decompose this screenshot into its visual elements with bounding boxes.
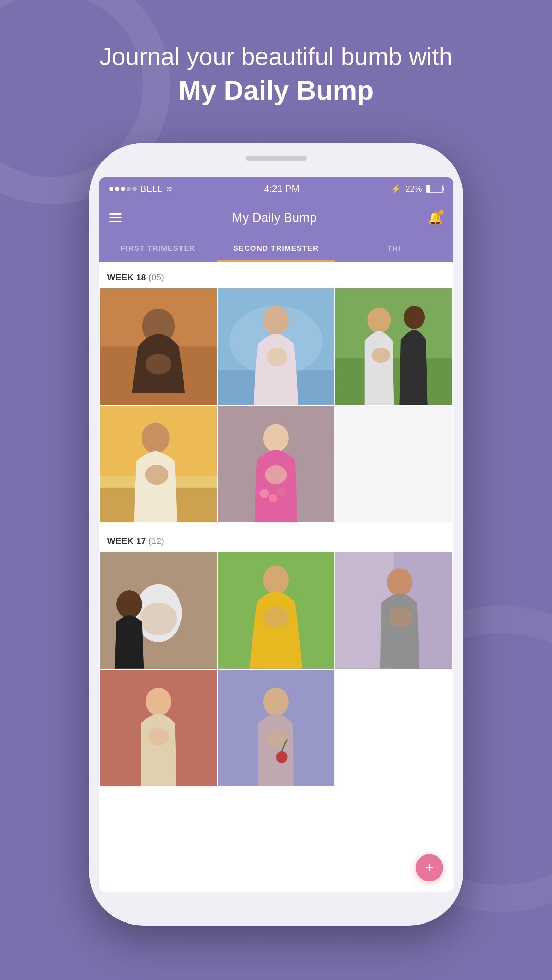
signal-dots [109, 187, 137, 191]
photo-cell-5[interactable] [218, 406, 334, 523]
tab-second-trimester-label: SECOND TRIMESTER [233, 244, 319, 253]
svg-point-17 [141, 423, 169, 453]
phone-frame: BELL ≋ 4:21 PM ⚡ 22% My Daily Bum [89, 143, 463, 926]
tab-first-trimester[interactable]: FIRST TRIMESTER [99, 235, 217, 262]
svg-point-8 [266, 348, 288, 366]
status-right: ⚡ 22% [391, 184, 443, 194]
week-17-count: (12) [148, 536, 164, 546]
tab-first-trimester-label: FIRST TRIMESTER [121, 244, 195, 253]
photo-cell-7[interactable] [100, 552, 217, 669]
svg-point-29 [140, 603, 177, 635]
svg-point-24 [269, 494, 277, 502]
photo-cell-1[interactable] [100, 288, 217, 405]
phone-screen: BELL ≋ 4:21 PM ⚡ 22% My Daily Bum [99, 177, 453, 891]
tab-bar: FIRST TRIMESTER SECOND TRIMESTER THI [99, 235, 453, 262]
week-18-label: WEEK 18 [107, 272, 146, 282]
tab-third-trimester-label: THI [387, 244, 401, 253]
svg-point-23 [260, 488, 269, 498]
hamburger-line-3 [109, 221, 121, 222]
week-17-label: WEEK 17 [107, 536, 146, 546]
tagline-line1: Journal your beautiful bumb with [0, 41, 552, 73]
status-left: BELL ≋ [109, 184, 173, 194]
content-area[interactable]: WEEK 18 (05) [99, 262, 453, 891]
tagline-section: Journal your beautiful bumb with My Dail… [0, 41, 552, 108]
svg-rect-10 [335, 358, 452, 405]
add-icon: + [425, 859, 434, 876]
svg-point-34 [263, 607, 289, 628]
battery-fill [427, 185, 430, 192]
battery-box [426, 185, 443, 193]
tagline-line2: My Daily Bump [0, 73, 552, 108]
signal-dot-1 [109, 187, 113, 191]
svg-point-33 [263, 566, 289, 595]
signal-dot-4 [127, 187, 131, 191]
photo-cell-9[interactable] [335, 552, 452, 669]
week-18-photo-grid [99, 288, 453, 522]
svg-point-40 [145, 688, 171, 716]
svg-point-12 [372, 348, 390, 363]
week-18-section: WEEK 18 (05) [99, 262, 453, 526]
hamburger-line-2 [109, 217, 121, 218]
svg-point-43 [263, 688, 289, 716]
svg-point-18 [145, 465, 168, 485]
photo-cell-4[interactable] [100, 406, 217, 523]
week-18-header: WEEK 18 (05) [99, 269, 453, 288]
photo-cell-2[interactable] [218, 288, 334, 405]
svg-point-11 [367, 308, 391, 333]
photo-cell-8[interactable] [218, 552, 334, 669]
week-18-count: (05) [148, 272, 164, 282]
svg-point-21 [263, 424, 289, 452]
photo-cell-10[interactable] [100, 670, 217, 786]
svg-point-41 [148, 728, 169, 745]
notification-bell-button[interactable]: 🔔 [428, 211, 443, 225]
signal-dot-2 [115, 187, 119, 191]
week-17-photo-grid [99, 552, 453, 786]
status-time: 4:21 PM [264, 183, 299, 194]
tab-second-trimester[interactable]: SECOND TRIMESTER [217, 235, 335, 262]
battery-indicator [426, 185, 443, 193]
app-header: My Daily Bump 🔔 [99, 201, 453, 235]
svg-point-37 [387, 568, 412, 596]
battery-percent: 22% [405, 184, 421, 194]
hamburger-line-1 [109, 213, 121, 215]
svg-point-38 [389, 608, 412, 627]
tab-third-trimester[interactable]: THI [335, 235, 453, 262]
svg-point-3 [145, 353, 171, 375]
svg-point-22 [265, 465, 287, 484]
add-photo-fab-button[interactable]: + [416, 854, 443, 881]
photo-cell-3[interactable] [335, 288, 452, 405]
week-17-section: WEEK 17 (12) [99, 526, 453, 789]
signal-dot-3 [121, 187, 125, 191]
svg-point-45 [276, 751, 287, 763]
photo-cell-6-empty [335, 406, 452, 523]
notification-dot [439, 210, 444, 215]
svg-point-13 [404, 305, 424, 329]
phone-speaker [246, 156, 307, 161]
app-title: My Daily Bump [232, 211, 317, 225]
signal-dot-5 [132, 187, 137, 191]
bluetooth-icon: ⚡ [391, 184, 401, 194]
svg-point-30 [116, 590, 142, 618]
carrier-label: BELL [140, 184, 163, 194]
svg-point-25 [277, 488, 286, 497]
wifi-icon: ≋ [166, 185, 172, 193]
photo-cell-11[interactable] [218, 670, 334, 786]
hamburger-menu-button[interactable] [109, 213, 121, 222]
status-bar: BELL ≋ 4:21 PM ⚡ 22% [99, 177, 453, 201]
week-17-header: WEEK 17 (12) [99, 533, 453, 552]
svg-point-7 [263, 305, 289, 335]
